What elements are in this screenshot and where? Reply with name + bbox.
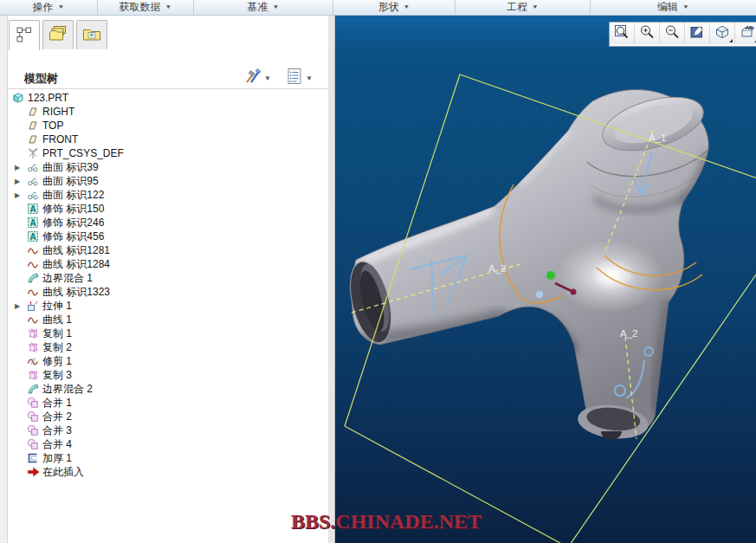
cosmetic-icon: A <box>26 217 40 229</box>
tree-item-curve[interactable]: ▶曲线 1 <box>8 313 326 326</box>
tree-item-insert[interactable]: ▶在此插入 <box>8 465 326 479</box>
zoom-out-icon <box>663 23 681 44</box>
tree-item-curve[interactable]: ▶曲线 标识1281 <box>8 243 326 257</box>
curve-icon <box>26 314 40 326</box>
navigator-tabbar: ✳ <box>9 20 107 49</box>
tree-item-cosmetic[interactable]: ▶A修饰 标识150 <box>8 202 326 216</box>
chevron-down-icon: ▼ <box>264 74 271 82</box>
saved-views-button[interactable]: AB <box>735 23 756 44</box>
tree-item-extrude[interactable]: ▶拉伸 1 <box>8 299 326 313</box>
menu-datum[interactable]: 基准▼ <box>194 0 333 15</box>
menu-operations[interactable]: 操作▼ <box>0 0 98 15</box>
merge-icon <box>26 410 40 423</box>
menu-get-data[interactable]: 获取数据▼ <box>98 0 194 15</box>
plane-icon <box>26 120 40 132</box>
tree-item-csys[interactable]: ▶PRT_CSYS_DEF <box>8 146 326 160</box>
tree-item-part[interactable]: ▶123.PRT <box>8 91 326 105</box>
model-tree: ▶123.PRT▶RIGHT▶TOP▶FRONT▶PRT_CSYS_DEF▶曲面… <box>8 91 326 543</box>
tree-item-curve[interactable]: ▶曲线 标识1284 <box>8 257 326 271</box>
tree-item-label: 曲线 1 <box>42 313 72 327</box>
dropdown-corner-icon[interactable] <box>729 39 733 42</box>
expand-arrow-icon[interactable]: ▶ <box>15 164 26 171</box>
tree-item-label: 在此插入 <box>42 465 84 480</box>
expand-arrow-icon[interactable]: ▶ <box>15 191 26 199</box>
tree-item-label: 合并 2 <box>42 410 72 424</box>
display-style-button[interactable] <box>710 23 735 44</box>
tree-item-label: 123.PRT <box>28 92 68 104</box>
tree-item-label: 边界混合 1 <box>42 271 93 286</box>
zoom-window-button[interactable] <box>610 23 635 44</box>
tree-item-surface[interactable]: ▶曲面 标识122 <box>8 188 326 202</box>
display-list-icon <box>286 68 303 88</box>
svg-text:A: A <box>29 232 36 242</box>
panel-edge-strip <box>0 15 8 543</box>
tree-item-merge[interactable]: ▶合并 1 <box>8 396 326 410</box>
model-tree-tab[interactable] <box>9 20 40 51</box>
menu-shapes[interactable]: 形状▼ <box>333 0 456 15</box>
tree-item-surface[interactable]: ▶曲面 标识95 <box>8 174 326 188</box>
tree-item-plane[interactable]: ▶TOP <box>8 119 326 133</box>
tree-item-label: 复制 1 <box>42 326 72 341</box>
svg-text:AB: AB <box>746 24 753 29</box>
curve-icon <box>26 286 40 298</box>
marker-point-green <box>546 271 555 280</box>
zoom-in-button[interactable] <box>635 23 660 44</box>
tree-item-plane[interactable]: ▶RIGHT <box>8 105 326 119</box>
repaint-button[interactable] <box>685 23 710 44</box>
model-tree-header: 模型树 ▼ ▼ <box>8 50 328 89</box>
menu-engineering[interactable]: 工程▼ <box>456 0 591 15</box>
thicken-icon <box>26 452 40 464</box>
menu-edit[interactable]: 编辑▼ <box>591 0 756 15</box>
tree-item-trim[interactable]: ▶修剪 1 <box>8 354 326 368</box>
surface-icon <box>26 161 40 173</box>
tree-item-surface[interactable]: ▶曲面 标识39 <box>8 160 326 174</box>
tree-item-label: 合并 4 <box>42 437 72 452</box>
tree-item-cosmetic[interactable]: ▶A修饰 标识246 <box>8 216 326 229</box>
tree-item-copy[interactable]: ▶复制 2 <box>8 340 326 354</box>
tree-item-label: 边界混合 2 <box>42 382 93 397</box>
curve-icon <box>26 244 40 256</box>
panel-divider[interactable] <box>328 15 335 543</box>
plane-icon <box>26 133 40 145</box>
tree-item-label: 修饰 标识150 <box>42 202 104 217</box>
insert-icon <box>26 467 40 477</box>
plane-icon <box>26 106 40 118</box>
ribbon-menu-bar: 操作▼ 获取数据▼ 基准▼ 形状▼ 工程▼ 编辑▼ <box>0 0 756 16</box>
tree-item-label: 曲线 标识1281 <box>42 243 110 258</box>
3d-viewport[interactable]: A_3 A_1 A_2 AB <box>334 15 756 543</box>
tree-tools-button[interactable]: ▼ <box>242 68 271 88</box>
tree-item-merge[interactable]: ▶合并 3 <box>8 423 326 437</box>
chevron-down-icon: ▼ <box>404 4 410 10</box>
tree-item-label: 复制 3 <box>42 368 72 383</box>
svg-text:A: A <box>29 204 36 214</box>
part-icon <box>11 92 25 104</box>
marker-point-blue <box>536 291 543 298</box>
svg-text:✳: ✳ <box>89 31 94 39</box>
cosmetic-icon: A <box>26 230 40 242</box>
zoom-out-button[interactable] <box>660 23 685 44</box>
chevron-down-icon: ▼ <box>682 4 689 10</box>
tree-item-merge[interactable]: ▶合并 2 <box>8 410 326 423</box>
favorites-tab[interactable]: ✳ <box>76 20 107 49</box>
tree-item-plane[interactable]: ▶FRONT <box>8 133 326 146</box>
svg-text:A: A <box>29 218 36 228</box>
chevron-down-icon: ▼ <box>165 4 172 10</box>
surface-icon <box>26 189 40 201</box>
tree-display-button[interactable]: ▼ <box>286 68 313 88</box>
tree-item-copy[interactable]: ▶复制 3 <box>8 368 326 382</box>
tree-item-merge[interactable]: ▶合并 4 <box>8 437 326 451</box>
tree-item-cosmetic[interactable]: ▶A修饰 标识456 <box>8 229 326 243</box>
tree-item-blend[interactable]: ▶边界混合 1 <box>8 271 326 285</box>
model-tree-icon <box>16 26 33 47</box>
axis-label-a2: A_2 <box>620 328 637 339</box>
expand-arrow-icon[interactable]: ▶ <box>15 178 26 185</box>
tree-item-label: PRT_CSYS_DEF <box>42 147 124 159</box>
tree-item-blend[interactable]: ▶边界混合 2 <box>8 382 326 396</box>
tree-item-label: 加厚 1 <box>42 451 72 466</box>
tree-item-thicken[interactable]: ▶加厚 1 <box>8 451 326 465</box>
folder-browser-tab[interactable] <box>42 20 74 49</box>
blend-icon <box>26 272 40 284</box>
tree-item-curve[interactable]: ▶曲线 标识1323 <box>8 285 326 299</box>
tree-item-copy[interactable]: ▶复制 1 <box>8 326 326 340</box>
expand-arrow-icon[interactable]: ▶ <box>15 302 26 310</box>
